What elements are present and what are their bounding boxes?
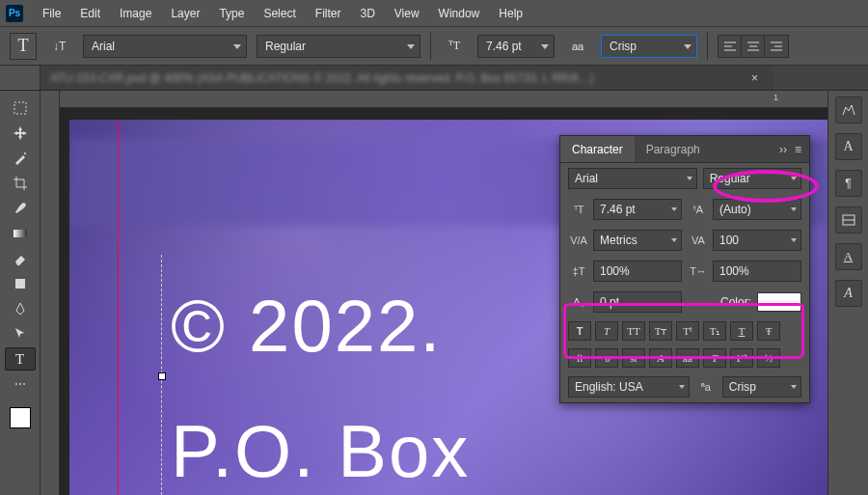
align-left-button[interactable] [719,36,742,57]
panel-hscale[interactable]: 100% [713,261,801,282]
document-tab[interactable]: ATU-153-CXR.psd @ 400% (ASA PUBLICATIONS… [41,66,773,90]
swash-button[interactable]: A [649,348,672,368]
panel-antialias[interactable]: Crisp [722,376,801,398]
align-right-button[interactable] [765,36,788,57]
marquee-tool[interactable] [5,96,36,120]
baseline-icon: Aₐ [568,296,589,309]
font-size-select[interactable]: 7.46 pt [477,35,555,58]
histogram-icon[interactable] [835,96,862,124]
move-tool[interactable] [5,122,36,145]
glyphs-panel-icon[interactable] [835,206,862,234]
faux-bold-button[interactable]: T [568,321,591,341]
color-swatches[interactable] [10,407,31,428]
menu-edit[interactable]: Edit [70,7,110,20]
font-style-value: Regular [265,40,306,53]
vscale-icon: ‡T [568,265,589,277]
tab-paragraph[interactable]: Paragraph [635,136,712,162]
active-tool-indicator[interactable]: T [10,33,37,60]
type-style-row-1: T T TT Tᴛ Tᵗ T₁ T Ŧ [560,317,809,344]
hscale-icon: T↔ [688,265,709,277]
guide-vertical[interactable] [118,120,119,495]
tab-character[interactable]: Character [560,136,635,162]
type-tool[interactable]: T [5,347,36,371]
menu-3d[interactable]: 3D [350,7,384,20]
gradient-tool[interactable] [5,222,36,245]
options-bar: T ↓T Arial Regular ᵀT 7.46 pt aa Crisp [0,27,868,66]
text-line-2[interactable]: P.O. Box [171,409,470,493]
svg-rect-10 [14,102,26,114]
subscript-button[interactable]: T₁ [703,321,726,341]
divider [707,33,708,60]
font-family-select[interactable]: Arial [83,35,247,58]
panel-font-style[interactable]: Regular [703,168,801,189]
paragraph-panel-icon[interactable]: ¶ [835,170,862,197]
svg-rect-12 [14,230,27,237]
panel-baseline[interactable]: 0 pt [593,291,682,313]
ruler-horizontal: 1 [60,91,827,108]
panel-collapse-icon[interactable]: ›› [779,143,787,156]
selection-handle[interactable] [158,372,166,380]
panel-color-swatch[interactable] [757,292,801,312]
font-size-icon: ᵀT [568,204,589,216]
more-tools[interactable]: ⋯ [5,372,36,396]
wand-tool[interactable] [5,147,36,170]
pen-tool[interactable] [5,297,36,320]
all-caps-button[interactable]: TT [622,321,645,341]
font-style-select[interactable]: Regular [257,35,420,58]
text-line-1[interactable]: © 2022. [171,284,442,368]
menu-type[interactable]: Type [209,7,254,20]
discretionary-lig-button[interactable]: st [622,348,645,368]
menu-select[interactable]: Select [254,7,305,20]
align-center-button[interactable] [742,36,765,57]
shape-tool[interactable] [5,272,36,295]
underline-button[interactable]: T [730,321,753,341]
menu-help[interactable]: Help [489,7,532,20]
tools-panel: T ⋯ [0,91,41,495]
panel-font-size[interactable]: 7.46 pt [593,199,682,220]
menu-image[interactable]: Image [110,7,161,20]
eraser-tool[interactable] [5,247,36,270]
menu-bar: Ps File Edit Image Layer Type Select Fil… [0,0,868,27]
color-label: Color: [720,295,751,309]
font-size-value: 7.46 pt [486,40,522,53]
character-panel: Character Paragraph ›› ≡ Arial Regular ᵀ… [559,135,810,403]
menu-window[interactable]: Window [429,7,490,20]
path-select-tool[interactable] [5,322,36,345]
antialias-icon: aa [564,33,591,60]
superscript-button[interactable]: Tᵗ [676,321,699,341]
svg-rect-13 [15,279,25,289]
menu-layer[interactable]: Layer [161,7,209,20]
menu-view[interactable]: View [385,7,429,20]
character-panel-icon[interactable]: A [835,133,862,160]
contextual-alt-button[interactable]: ℴ [595,348,618,368]
menu-file[interactable]: File [33,7,70,20]
small-caps-button[interactable]: Tᴛ [649,321,672,341]
ordinals-button[interactable]: 1ˢᵗ [730,348,753,368]
text-orientation-icon[interactable]: ↓T [46,33,73,60]
panel-menu-icon[interactable]: ≡ [795,143,801,156]
panel-vscale[interactable]: 100% [593,261,682,282]
stylistic-alt-button[interactable]: aa [676,348,699,368]
brush-tool[interactable] [5,197,36,220]
menu-filter[interactable]: Filter [306,7,351,20]
faux-italic-button[interactable]: T [595,321,618,341]
antialias-value: Crisp [610,40,637,53]
fractions-button[interactable]: ½ [757,348,780,368]
para-styles-icon[interactable]: A [835,280,862,307]
panel-language[interactable]: English: USA [568,376,690,398]
strikethrough-button[interactable]: Ŧ [757,321,780,341]
document-title: ATU-153-CXR.psd @ 400% (ASA PUBLICATIONS… [50,71,593,85]
char-styles-icon[interactable]: A [835,243,862,270]
antialias-select[interactable]: Crisp [601,35,697,58]
close-tab-button[interactable]: × [746,71,764,85]
leading-icon: ᵗA [688,204,709,216]
ligatures-button[interactable]: fi [568,348,591,368]
panel-font-family[interactable]: Arial [568,168,697,189]
panel-leading[interactable]: (Auto) [713,199,801,220]
panel-kerning[interactable]: Metrics [593,230,682,251]
panel-tracking[interactable]: 100 [713,230,801,251]
crop-tool[interactable] [5,172,36,195]
kerning-icon: V/A [568,234,589,246]
titling-alt-button[interactable]: T [703,348,726,368]
font-size-icon: ᵀT [441,33,468,60]
